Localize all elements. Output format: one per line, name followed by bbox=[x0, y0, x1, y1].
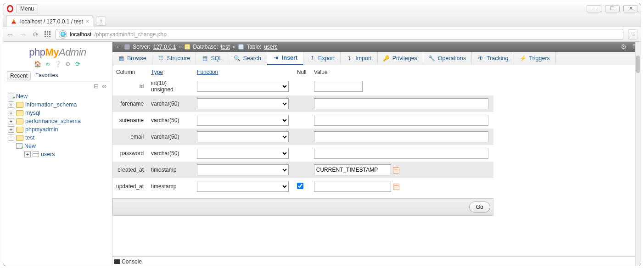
menu-button[interactable]: Menu bbox=[16, 4, 38, 13]
recent-tab[interactable]: Recent bbox=[7, 71, 31, 80]
expand-icon[interactable]: + bbox=[8, 101, 14, 108]
tab-privileges[interactable]: 🔑Privileges bbox=[378, 52, 423, 65]
window-maximize-button[interactable]: ☐ bbox=[605, 5, 620, 12]
function-select-created_at[interactable] bbox=[197, 164, 289, 175]
tree-database-test[interactable]: − test bbox=[6, 134, 109, 142]
home-icon[interactable]: 🏠 bbox=[34, 60, 41, 67]
calendar-icon[interactable] bbox=[393, 167, 399, 174]
function-select-id[interactable] bbox=[197, 81, 289, 92]
favorites-tab[interactable]: Favorites bbox=[33, 71, 61, 80]
cell-type: varchar(50) bbox=[147, 129, 193, 145]
value-input-id[interactable] bbox=[314, 81, 363, 92]
row-forename: forenamevarchar(50) bbox=[112, 95, 493, 112]
tree-database-information_schema[interactable]: +information_schema bbox=[6, 101, 109, 109]
tab-operations[interactable]: 🔧Operations bbox=[423, 52, 472, 65]
settings-icon[interactable]: ⚙ bbox=[64, 60, 72, 67]
function-select-surename[interactable] bbox=[197, 115, 289, 126]
null-checkbox-updated_at[interactable] bbox=[297, 183, 303, 189]
speed-dial-icon[interactable] bbox=[45, 31, 51, 38]
expand-icon[interactable]: + bbox=[8, 118, 14, 124]
console-bar[interactable]: Console bbox=[112, 257, 635, 266]
value-input-surename[interactable] bbox=[314, 115, 488, 126]
tree-table-users[interactable]: + users bbox=[6, 150, 109, 158]
window-close-button[interactable]: ✕ bbox=[623, 5, 638, 12]
address-bar[interactable]: 🌐 localhost/phpmyadmin/tbl_change.php bbox=[56, 29, 623, 40]
nav-back-icon[interactable]: ← bbox=[116, 44, 122, 50]
tree-new-table[interactable]: New bbox=[6, 142, 109, 150]
navigation-sidebar: phpMyAdmin 🏠 ⎋ ❔ ⚙ ⟳ Recent Favorites ⊟ … bbox=[3, 42, 112, 266]
value-input-email[interactable] bbox=[314, 131, 488, 142]
tab-tracking[interactable]: 👁Tracking bbox=[472, 52, 514, 65]
browser-tab-title: localhost / 127.0.0.1 / test bbox=[20, 18, 83, 25]
tree-database-performance_schema[interactable]: +performance_schema bbox=[6, 117, 109, 125]
tab-search[interactable]: 🔍Search bbox=[228, 52, 267, 65]
tab-insert[interactable]: ⇥Insert bbox=[267, 52, 303, 65]
breadcrumb-server[interactable]: 127.0.0.1 bbox=[153, 44, 176, 50]
header-type[interactable]: Type bbox=[147, 67, 193, 77]
header-null: Null bbox=[293, 67, 310, 77]
function-select-password[interactable] bbox=[197, 148, 289, 159]
database-icon bbox=[185, 44, 190, 50]
tab-triggers[interactable]: ⚡Triggers bbox=[514, 52, 555, 65]
cell-null bbox=[293, 95, 310, 112]
bookmark-button[interactable]: ♡ bbox=[628, 29, 638, 39]
header-function[interactable]: Function bbox=[193, 67, 293, 77]
database-icon bbox=[16, 135, 23, 141]
opera-icon bbox=[6, 5, 14, 13]
cell-null bbox=[293, 145, 310, 162]
cell-null bbox=[293, 178, 310, 195]
window-minimize-button[interactable]: ─ bbox=[587, 5, 601, 12]
collapse-all-icon[interactable]: ⊟ bbox=[94, 83, 100, 90]
cell-column: id bbox=[112, 77, 147, 95]
breadcrumb-table[interactable]: users bbox=[264, 44, 277, 50]
cell-type: timestamp bbox=[147, 162, 193, 178]
tab-close-icon[interactable]: × bbox=[86, 18, 90, 25]
expand-icon[interactable]: + bbox=[8, 110, 14, 116]
tab-browse[interactable]: ▦Browse bbox=[112, 52, 152, 65]
gear-icon[interactable]: ⚙ bbox=[621, 43, 627, 51]
browser-tabstrip: localhost / 127.0.0.1 / test × + bbox=[3, 14, 641, 27]
expand-icon[interactable]: + bbox=[24, 151, 31, 157]
collapse-icon[interactable]: − bbox=[8, 134, 14, 141]
header-column: Column bbox=[112, 67, 147, 77]
insert-icon: ⇥ bbox=[273, 55, 279, 61]
forward-button[interactable]: → bbox=[19, 31, 27, 38]
value-input-updated_at[interactable] bbox=[314, 181, 391, 192]
tab-structure[interactable]: ☷Structure bbox=[152, 52, 196, 65]
export-icon: ⤴ bbox=[309, 55, 315, 62]
calendar-icon[interactable] bbox=[393, 184, 399, 190]
tab-export[interactable]: ⤴Export bbox=[303, 52, 341, 65]
insert-form: Column Type Function Null Value idint(10… bbox=[112, 65, 635, 266]
function-select-updated_at[interactable] bbox=[197, 181, 289, 192]
go-button[interactable]: Go bbox=[469, 202, 490, 213]
database-icon bbox=[16, 118, 23, 124]
docs-icon[interactable]: ❔ bbox=[54, 60, 62, 67]
site-info-icon[interactable]: 🌐 bbox=[59, 30, 67, 39]
back-button[interactable]: ← bbox=[6, 31, 14, 38]
scrollbar-thumb[interactable] bbox=[636, 56, 640, 73]
recent-favorites-tabs: Recent Favorites bbox=[5, 70, 110, 82]
new-tab-button[interactable]: + bbox=[96, 17, 106, 26]
tree-database-mysql[interactable]: +mysql bbox=[6, 109, 109, 117]
function-select-forename[interactable] bbox=[197, 98, 289, 109]
database-icon bbox=[16, 102, 23, 108]
logout-icon[interactable]: ⎋ bbox=[44, 60, 51, 67]
scrollbar[interactable] bbox=[635, 42, 641, 266]
browser-tab[interactable]: localhost / 127.0.0.1 / test × bbox=[6, 16, 93, 27]
tree-database-phpmyadmin[interactable]: +phpmyadmin bbox=[6, 125, 109, 134]
expand-icon[interactable]: + bbox=[8, 126, 14, 133]
reload-nav-icon[interactable]: ⟳ bbox=[74, 60, 82, 67]
function-select-email[interactable] bbox=[197, 131, 289, 142]
link-icon[interactable]: ∞ bbox=[102, 83, 107, 90]
table-icon bbox=[33, 151, 39, 157]
tab-import[interactable]: ⤵Import bbox=[341, 52, 377, 65]
breadcrumb-database[interactable]: test bbox=[221, 44, 230, 50]
value-input-created_at[interactable] bbox=[314, 164, 391, 175]
value-input-forename[interactable] bbox=[314, 98, 488, 109]
reload-button[interactable]: ⟳ bbox=[32, 31, 40, 38]
tab-sql[interactable]: ▤SQL bbox=[196, 52, 228, 65]
row-password: passwordvarchar(50) bbox=[112, 145, 493, 162]
database-icon bbox=[16, 110, 23, 116]
value-input-password[interactable] bbox=[314, 148, 488, 159]
tree-new-database[interactable]: New bbox=[6, 92, 109, 101]
